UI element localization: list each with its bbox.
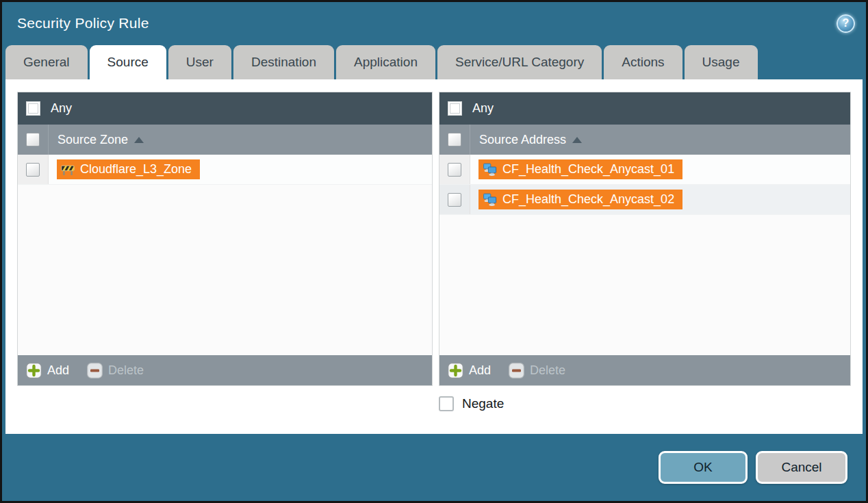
tab-source[interactable]: Source (90, 45, 166, 79)
source-zone-any-checkbox[interactable] (26, 101, 40, 116)
row-check-cell (18, 155, 49, 184)
security-policy-rule-dialog: Security Policy Rule ? General Source Us… (0, 0, 868, 503)
row-content: Cloudflare_L3_Zone (49, 155, 200, 184)
dialog-title: Security Policy Rule (17, 15, 149, 31)
negate-label: Negate (462, 396, 504, 411)
source-address-column-header: Source Address (439, 125, 850, 155)
negate-checkbox[interactable] (439, 396, 454, 411)
delete-button[interactable]: Delete (87, 363, 144, 378)
tab-destination[interactable]: Destination (233, 45, 334, 79)
cancel-button[interactable]: Cancel (756, 451, 847, 484)
add-label: Add (47, 363, 69, 378)
sort-asc-icon (134, 137, 144, 143)
source-zone-value-chip[interactable]: Cloudflare_L3_Zone (57, 159, 200, 179)
source-address-any-band: Any (439, 92, 850, 125)
source-address-column-label[interactable]: Source Address (479, 133, 566, 147)
delete-icon (509, 363, 524, 378)
source-address-select-all-checkbox[interactable] (448, 133, 461, 146)
source-zone-panel: Any Source Zone (17, 92, 433, 386)
tab-general[interactable]: General (5, 45, 88, 79)
table-row: CF_Health_Check_Anycast_02 (439, 185, 850, 215)
source-zone-column-header: Source Zone (18, 125, 432, 155)
tab-application[interactable]: Application (336, 45, 435, 79)
add-button[interactable]: Add (448, 363, 491, 378)
source-address-any-label: Any (472, 101, 494, 116)
source-address-footer: Add Delete (439, 355, 850, 385)
row-content: CF_Health_Check_Anycast_02 (470, 185, 682, 214)
delete-icon (87, 363, 103, 378)
source-zone-header-check-cell (18, 125, 49, 155)
source-address-panel: Any Source Address (439, 92, 851, 386)
delete-label: Delete (108, 363, 144, 378)
tab-service-url-category[interactable]: Service/URL Category (437, 45, 602, 79)
tab-bar: General Source User Destination Applicat… (2, 44, 866, 79)
source-zone-footer: Add Delete (18, 355, 432, 385)
address-icon (483, 162, 497, 177)
tab-usage[interactable]: Usage (685, 45, 758, 79)
source-tab-content: Any Source Zone (5, 79, 863, 434)
add-button[interactable]: Add (26, 363, 69, 378)
ok-button[interactable]: OK (659, 451, 748, 484)
source-zone-any-label: Any (51, 101, 72, 116)
address-icon (483, 192, 497, 207)
add-icon (26, 363, 42, 378)
source-address-row1-checkbox[interactable] (448, 163, 461, 177)
source-zone-value: Cloudflare_L3_Zone (80, 162, 192, 177)
source-zone-any-band: Any (18, 92, 432, 125)
help-icon[interactable]: ? (837, 14, 855, 33)
source-address-value: CF_Health_Check_Anycast_01 (502, 162, 674, 177)
delete-label: Delete (530, 363, 565, 378)
source-address-any-checkbox[interactable] (448, 101, 462, 116)
dialog-footer: OK Cancel (2, 434, 866, 501)
negate-row: Negate (439, 396, 851, 411)
source-zone-column-label[interactable]: Source Zone (58, 133, 128, 147)
row-content: CF_Health_Check_Anycast_01 (470, 155, 682, 184)
panels-container: Any Source Zone (17, 92, 851, 386)
title-bar: Security Policy Rule ? (2, 2, 866, 44)
source-address-row2-checkbox[interactable] (448, 193, 461, 207)
tab-user[interactable]: User (168, 45, 231, 79)
table-row: Cloudflare_L3_Zone (18, 155, 432, 185)
source-address-value-chip[interactable]: CF_Health_Check_Anycast_01 (478, 159, 682, 179)
source-address-value: CF_Health_Check_Anycast_02 (502, 192, 674, 207)
source-zone-row-checkbox[interactable] (26, 163, 40, 177)
add-label: Add (469, 363, 491, 378)
row-check-cell (439, 185, 470, 214)
source-address-list: CF_Health_Check_Anycast_01 (439, 155, 850, 355)
row-check-cell (439, 155, 470, 184)
delete-button[interactable]: Delete (509, 363, 565, 378)
source-address-value-chip[interactable]: CF_Health_Check_Anycast_02 (478, 190, 682, 209)
source-address-header-check-cell (439, 125, 470, 155)
add-icon (448, 363, 463, 378)
sort-asc-icon (572, 137, 582, 143)
zone-icon (61, 163, 75, 177)
source-zone-list: Cloudflare_L3_Zone (18, 155, 432, 355)
table-row: CF_Health_Check_Anycast_01 (439, 155, 850, 185)
source-zone-select-all-checkbox[interactable] (26, 133, 40, 146)
tab-actions[interactable]: Actions (604, 45, 682, 79)
